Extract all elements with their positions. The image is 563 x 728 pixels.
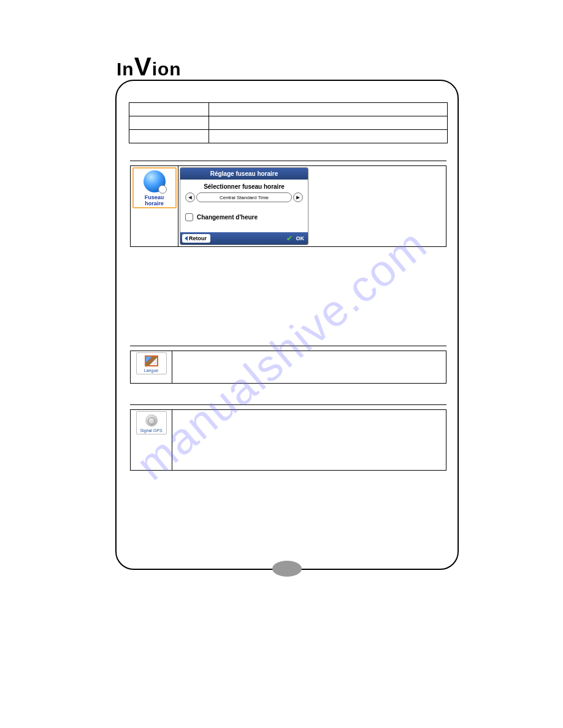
gps-thumb: Signal GPS [136,411,167,434]
brand-logo: InVion [117,52,182,82]
globe-icon [144,170,166,192]
next-timezone-button[interactable]: ► [293,192,303,202]
timezone-value[interactable]: Central Standard Time [196,192,292,202]
divider [130,161,446,161]
language-thumb: Langue [136,352,167,374]
timezone-thumb-label: Fuseau horaire [135,194,174,207]
language-icon-cell: Langue [131,351,172,383]
gps-row: Signal GPS [130,409,446,471]
timezone-thumb: Fuseau horaire [132,167,177,208]
ok-button[interactable]: OK [296,235,305,241]
gps-label: Signal GPS [140,428,162,433]
back-label: Retour [189,235,207,241]
page-number-badge [272,561,302,577]
timezone-icon-cell: Fuseau horaire [131,166,178,246]
timezone-row: Fuseau horaire Réglage fuseau horaire Sé… [130,165,446,247]
header-table [129,102,448,143]
prev-timezone-button[interactable]: ◄ [185,192,195,202]
divider [130,404,446,405]
screenshot-subtitle: Sélectionner fuseau horaire [185,183,303,190]
document-page-frame: Fuseau horaire Réglage fuseau horaire Sé… [115,80,459,570]
dst-checkbox[interactable] [185,213,193,221]
divider [130,346,446,346]
language-icon [145,355,158,366]
back-arrow-icon [185,236,188,241]
screenshot-title: Réglage fuseau horaire [180,168,308,180]
language-row: Langue [130,351,446,384]
gps-icon [145,414,158,427]
timezone-screenshot-cell: Réglage fuseau horaire Sélectionner fuse… [178,166,446,246]
device-screenshot: Réglage fuseau horaire Sélectionner fuse… [180,167,308,245]
gps-icon-cell: Signal GPS [131,410,172,470]
back-button[interactable]: Retour [182,234,210,243]
language-label: Langue [144,368,158,373]
check-icon: ✔ [286,234,293,243]
language-content-cell [172,351,446,383]
gps-content-cell [172,410,446,470]
dst-label: Changement d'heure [197,214,258,221]
